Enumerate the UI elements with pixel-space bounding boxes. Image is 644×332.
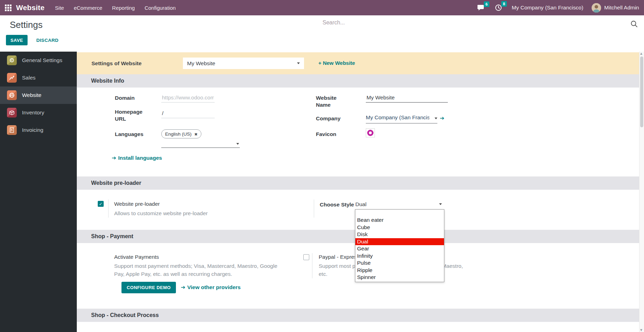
website-select-value: My Website <box>187 60 215 67</box>
scrollbar-thumb[interactable] <box>640 56 643 127</box>
paypal-checkbox[interactable] <box>303 254 309 260</box>
settings-of-website-label: Settings of Website <box>91 60 142 67</box>
activities-count-badge: 8 <box>501 1 507 7</box>
website-preloader-checkbox[interactable] <box>98 201 104 207</box>
app-brand[interactable]: Website <box>16 3 45 12</box>
install-languages-link[interactable]: Install languages <box>112 155 162 161</box>
nav-item-reporting[interactable]: Reporting <box>112 5 135 11</box>
sidebar-item-label: Website <box>22 92 42 98</box>
sidebar-item-sales[interactable]: Sales <box>0 69 77 86</box>
search-input[interactable] <box>322 19 531 26</box>
search-icon[interactable] <box>630 20 638 28</box>
language-tag[interactable]: English (US) <box>161 129 201 138</box>
view-other-providers-link[interactable]: View other providers <box>181 284 240 290</box>
new-website-link[interactable]: + New Website <box>318 60 355 66</box>
sidebar-item-label: Invoicing <box>22 127 43 133</box>
style-option[interactable]: Spinner <box>355 274 444 281</box>
languages-label: Languages <box>115 131 153 138</box>
settings-sidebar: ⚙ General Settings Sales Website <box>0 52 77 332</box>
line-chart-icon <box>7 73 17 83</box>
style-option-blank[interactable] <box>355 210 444 217</box>
save-button[interactable]: SAVE <box>6 35 28 45</box>
choose-style-select[interactable]: Dual <box>355 201 443 208</box>
svg-text:$: $ <box>11 128 13 132</box>
sidebar-item-label: Sales <box>22 75 36 81</box>
domain-input[interactable] <box>161 93 215 103</box>
avatar-image <box>592 3 601 13</box>
style-option[interactable]: Bean eater <box>355 217 444 224</box>
favicon-label: Favicon <box>316 131 351 138</box>
section-website-preloader: Website pre-loader <box>77 176 639 190</box>
style-option[interactable]: Cube <box>355 224 444 231</box>
messages-button[interactable]: 6 <box>477 5 484 11</box>
sidebar-item-general-settings[interactable]: ⚙ General Settings <box>0 52 77 69</box>
style-option[interactable]: Disk <box>355 231 444 238</box>
sidebar-item-inventory[interactable]: Inventory <box>0 104 77 121</box>
paypal-help-line2: etc. <box>319 270 327 278</box>
company-internal-link-icon[interactable] <box>440 115 444 121</box>
sidebar-item-label: General Settings <box>22 57 62 63</box>
globe-icon <box>7 90 17 100</box>
languages-input[interactable] <box>161 139 240 148</box>
vertical-scrollbar[interactable]: ▲ ▼ <box>639 52 644 332</box>
user-avatar[interactable] <box>592 3 601 13</box>
chevron-down-icon <box>236 143 239 145</box>
style-option-selected[interactable]: Dual <box>355 238 444 246</box>
activities-button[interactable]: 8 <box>495 4 502 11</box>
setting-divider <box>108 199 109 218</box>
favicon-upload[interactable] <box>366 128 375 137</box>
homepage-url-label: Homepage URL <box>115 108 150 122</box>
style-option[interactable]: Gear <box>355 245 444 252</box>
section-title: Website pre-loader <box>91 180 141 186</box>
chevron-down-icon <box>435 118 437 119</box>
section-title: Website Info <box>91 78 124 84</box>
setting-divider <box>314 199 314 218</box>
style-option[interactable]: Pulse <box>355 259 444 267</box>
language-tag-label: English (US) <box>165 131 192 137</box>
sidebar-item-label: Inventory <box>22 110 44 116</box>
company-switcher[interactable]: My Company (San Francisco) <box>512 5 583 11</box>
favicon-image <box>367 130 373 136</box>
company-select[interactable]: My Company (San Francis <box>366 114 437 123</box>
discard-button[interactable]: DISCARD <box>34 37 61 43</box>
nav-item-site[interactable]: Site <box>55 5 64 11</box>
invoice-icon: $ <box>7 125 17 135</box>
page-title: Settings <box>10 20 43 30</box>
nav-menu: Site eCommerce Reporting Configuration <box>55 5 176 11</box>
view-other-providers-label: View other providers <box>187 284 240 290</box>
nav-item-configuration[interactable]: Configuration <box>145 5 176 11</box>
install-languages-label: Install languages <box>118 155 162 161</box>
style-option[interactable]: Ripple <box>355 267 444 274</box>
website-name-label: Website Name <box>316 95 351 108</box>
company-select-value: My Company (San Francis <box>366 114 429 121</box>
remove-language-icon[interactable] <box>194 131 198 137</box>
navbar-right: 6 8 My Company (San Francisco) Mitchell … <box>477 3 639 13</box>
apps-grid-icon[interactable] <box>5 5 12 11</box>
website-preloader-help: Allows to customize website pre-loader <box>114 209 208 217</box>
chat-bubble-icon <box>477 5 484 11</box>
nav-item-ecommerce[interactable]: eCommerce <box>74 5 102 11</box>
section-title: Shop - Checkout Process <box>91 312 159 318</box>
website-selector-banner: Settings of Website My Website + New Web… <box>77 52 639 74</box>
style-option[interactable]: Infinity <box>355 252 444 260</box>
scroll-down-icon[interactable]: ▼ <box>640 329 642 332</box>
section-shop-checkout: Shop - Checkout Process <box>77 309 639 322</box>
choose-style-value: Dual <box>355 201 367 207</box>
settings-page: Website Site eCommerce Reporting Configu… <box>0 0 644 332</box>
website-name-input[interactable] <box>366 93 448 103</box>
activate-payments-help: Support most payment methods; Visa, Mast… <box>114 262 281 278</box>
section-website-info: Website Info <box>77 74 639 88</box>
sidebar-item-website[interactable]: Website <box>0 86 77 104</box>
box-icon <box>7 108 17 118</box>
setting-divider <box>312 253 312 278</box>
choose-style-label: Choose Style <box>320 201 354 208</box>
homepage-url-input[interactable] <box>161 108 215 118</box>
user-menu[interactable]: Mitchell Admin <box>604 5 639 11</box>
chevron-down-icon <box>439 203 442 205</box>
website-preloader-setting-label: Website pre-loader <box>114 201 160 207</box>
configure-demo-button[interactable]: CONFIGURE DEMO <box>121 282 176 293</box>
sidebar-item-invoicing[interactable]: $ Invoicing <box>0 121 77 139</box>
website-select[interactable]: My Website <box>183 58 304 69</box>
messages-count-badge: 6 <box>484 1 489 7</box>
scroll-up-icon[interactable]: ▲ <box>640 52 642 55</box>
